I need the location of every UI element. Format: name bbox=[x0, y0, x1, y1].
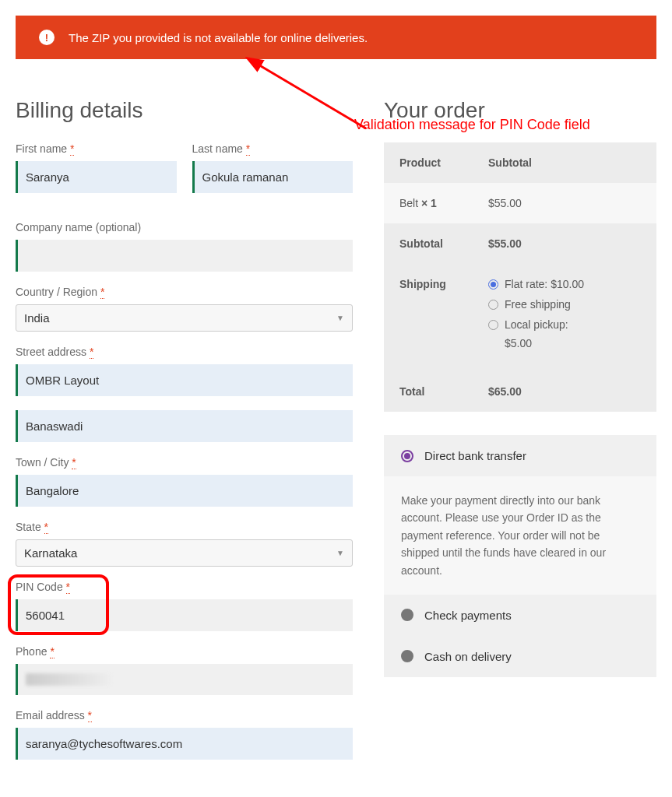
company-input[interactable] bbox=[16, 240, 353, 272]
order-shipping-row: Shipping Flat rate: $10.00 Free shipping bbox=[384, 264, 656, 371]
order-subtotal-row: Subtotal $55.00 bbox=[384, 223, 656, 264]
billing-heading: Billing details bbox=[16, 98, 353, 123]
chevron-down-icon: ▼ bbox=[336, 314, 344, 322]
company-label: Company name (optional) bbox=[16, 221, 353, 233]
order-line-item: Belt × 1 $55.00 bbox=[384, 183, 656, 223]
error-message: The ZIP you provided is not available fo… bbox=[69, 31, 368, 44]
phone-label: Phone * bbox=[16, 645, 353, 658]
city-label: Town / City * bbox=[16, 456, 353, 469]
col-subtotal: Subtotal bbox=[473, 142, 656, 183]
shipping-option-free[interactable]: Free shipping bbox=[488, 298, 641, 311]
order-total-row: Total $65.00 bbox=[384, 371, 656, 412]
email-input[interactable] bbox=[16, 728, 353, 760]
radio-selected-icon bbox=[488, 279, 498, 290]
chevron-down-icon: ▼ bbox=[336, 549, 344, 557]
state-select[interactable]: Karnataka ▼ bbox=[16, 539, 353, 567]
last-name-label: Last name * bbox=[192, 142, 354, 155]
state-label: State * bbox=[16, 521, 353, 533]
email-label: Email address * bbox=[16, 709, 353, 722]
city-input[interactable] bbox=[16, 475, 353, 507]
col-product: Product bbox=[384, 142, 473, 183]
shipping-option-flat[interactable]: Flat rate: $10.00 bbox=[488, 278, 641, 290]
street-label: Street address * bbox=[16, 346, 353, 358]
order-heading: Your order bbox=[384, 98, 656, 123]
payment-methods: Direct bank transfer Make your payment d… bbox=[384, 435, 656, 677]
last-name-input[interactable] bbox=[192, 161, 354, 193]
address1-input[interactable] bbox=[16, 364, 353, 396]
pin-label: PIN Code * bbox=[16, 581, 353, 593]
error-banner: ! The ZIP you provided is not available … bbox=[16, 16, 656, 59]
payment-bank-description: Make your payment directly into our bank… bbox=[384, 476, 656, 595]
address2-input[interactable] bbox=[16, 410, 353, 442]
phone-input[interactable] bbox=[16, 664, 353, 695]
shipping-option-pickup[interactable]: Local pickup: $5.00 bbox=[488, 318, 641, 349]
first-name-input[interactable] bbox=[16, 161, 177, 193]
country-label: Country / Region * bbox=[16, 286, 353, 298]
payment-option-check[interactable]: Check payments bbox=[384, 595, 656, 636]
radio-selected-icon bbox=[401, 450, 413, 462]
country-select[interactable]: India ▼ bbox=[16, 304, 353, 332]
alert-icon: ! bbox=[39, 30, 55, 45]
radio-empty-icon bbox=[488, 320, 498, 330]
first-name-label: First name * bbox=[16, 142, 177, 155]
order-summary: Product Subtotal Belt × 1 $55.00 bbox=[384, 142, 656, 412]
radio-empty-icon bbox=[401, 609, 413, 621]
pin-input[interactable] bbox=[16, 599, 353, 631]
radio-empty-icon bbox=[401, 650, 413, 662]
payment-option-bank[interactable]: Direct bank transfer bbox=[384, 435, 656, 476]
radio-empty-icon bbox=[488, 300, 498, 310]
payment-option-cod[interactable]: Cash on delivery bbox=[384, 636, 656, 677]
redacted-phone bbox=[26, 673, 111, 686]
